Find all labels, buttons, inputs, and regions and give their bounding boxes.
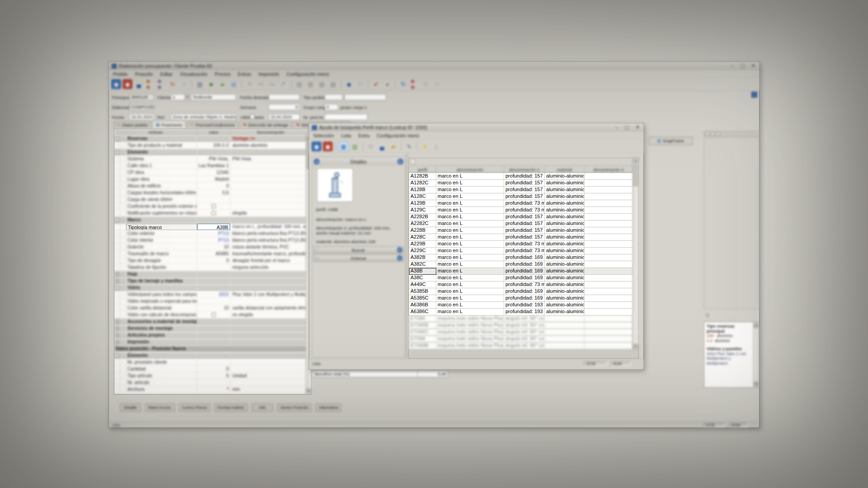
grid-value[interactable]: 0 — [197, 258, 231, 264]
table-row[interactable]: A228Cmarco en Lprofundidad: 157 mm,alumi… — [409, 234, 633, 241]
cliente-field[interactable]: 1▼ — [171, 94, 190, 100]
panel-splitter[interactable] — [406, 154, 407, 359]
grid-group-row[interactable]: +Hoja — [114, 271, 311, 278]
grid-group-row[interactable]: -Elemento — [114, 149, 311, 156]
table-row[interactable]: A2282Cmarco en Lprofundidad: 157 mm,alum… — [409, 221, 633, 227]
grid-value[interactable]: P713 — [197, 237, 231, 244]
grid-value[interactable]: 0 — [197, 366, 231, 372]
menu-item-extra[interactable]: Extra — [359, 133, 370, 138]
grid-row-nr-art-culo[interactable]: Nr. artículo — [114, 380, 311, 386]
expand-icon[interactable]: + — [115, 340, 119, 344]
grid-group-row[interactable]: -Elemento — [114, 352, 311, 359]
sync-icon[interactable]: ↻ — [398, 79, 408, 89]
nav-first-icon[interactable]: ↤ — [256, 79, 266, 89]
grid-row-notificaci-n-suplementos-en-re[interactable]: Notificación suplementos en relación ael… — [114, 210, 311, 217]
export-document-icon[interactable]: ▯ — [431, 141, 441, 151]
grid-group-row[interactable]: -Marco — [114, 217, 311, 224]
nav-forward-icon[interactable]: ↱ — [278, 79, 288, 89]
grid-row-coeficiente-de-la-presi-n-exte[interactable]: Coeficiente de la presión exterior en re — [114, 203, 311, 210]
grid-row-vidrio-panel-para-todos-los-ca[interactable]: Vidrio/panel para todos los campos2022Pl… — [114, 291, 311, 298]
dialog-maximize-button[interactable]: ▢ — [624, 124, 629, 130]
details-prev-icon[interactable]: ◂ — [314, 159, 320, 164]
module-icon[interactable]: ▰ — [217, 79, 227, 89]
tab-posiciones[interactable]: ▦Posiciones — [152, 121, 186, 128]
footer-button-info[interactable]: Info — [252, 404, 273, 412]
grupo_carga-field[interactable]: 4 — [325, 104, 338, 110]
contacts-icon[interactable]: ☻☻ — [156, 79, 166, 89]
grid-row-nr-provisi-n-cliente[interactable]: Nr. provisión cliente — [114, 359, 311, 366]
column-header-denominaci-n-4[interactable]: denominación 4 — [585, 166, 633, 173]
footer-button-alternativa[interactable]: Alternativa — [316, 404, 341, 412]
grid-group-row[interactable]: +Tipo de herraje y manillas — [114, 278, 311, 285]
grid-group-row[interactable]: +Artículos propios — [114, 332, 311, 339]
grid-value[interactable]: A5985 — [197, 251, 231, 257]
menu-item-posici-n[interactable]: Posición — [135, 71, 153, 77]
column-header-perfil[interactable]: perfil — [409, 166, 436, 173]
table-row[interactable]: A229Bmarco en Lprofundidad: 73 mm, aalum… — [409, 241, 633, 248]
footer-button-series-posici-n[interactable]: Series Posición — [277, 404, 311, 412]
grid-row-vidrio-mejorado-o-especial-par[interactable]: Vidrio mejorado o especial para todos lo — [114, 298, 311, 305]
maximize-button[interactable]: ▢ — [740, 63, 745, 69]
dialog-close-button[interactable]: ✕ — [636, 124, 640, 130]
table-vertical-scrollbar[interactable]: ▲ ▼ — [632, 158, 638, 349]
valido_hasta-field[interactable]: 15.04.2024 — [269, 114, 300, 120]
document-icon[interactable]: ▯ — [179, 79, 189, 89]
grid-row-taladros-de-fijaci-n[interactable]: Taladros de fijaciónninguna selección — [114, 264, 311, 271]
grid-row-anchura[interactable]: Anchura*mm — [114, 386, 311, 393]
table-row[interactable]: A5385Bmarco en Lprofundidad: 169 mm,alum… — [409, 288, 633, 295]
grid-value[interactable] — [197, 359, 231, 366]
expand-icon[interactable]: + — [115, 327, 119, 331]
tipo_pedido-field[interactable] — [325, 94, 343, 100]
semana-field[interactable]: 6 — [269, 104, 300, 110]
save-icon[interactable]: ▄ — [134, 79, 144, 89]
grid-row-sistema[interactable]: SistemaPW-Vista,PW-Vista — [114, 156, 311, 163]
expand-icon[interactable]: + — [115, 333, 119, 338]
table-row[interactable]: A449Cmarco en Lprofundidad: 73 mm, aalum… — [409, 282, 633, 288]
expand-icon[interactable]: + — [115, 279, 119, 283]
expand-icon[interactable]: - — [115, 150, 119, 155]
grid-group-row[interactable]: +Impresión — [114, 339, 311, 346]
grid-value[interactable]: 2022 — [197, 291, 231, 298]
grid-row-goter-n[interactable]: Goterón10rotura aislante térmica, PVC — [114, 244, 311, 251]
footer-button-fechas-individ-[interactable]: Fechas individ. — [214, 404, 248, 412]
grid-row-travesa-o-de-marco[interactable]: Travesaño de marcoA5985travesaño/montant… — [114, 251, 311, 258]
table-row[interactable]: A382Bmarco en Lprofundidad: 169 mm,alumi… — [409, 254, 633, 261]
filter-icon[interactable]: ▽ — [421, 79, 431, 89]
grid-checkbox[interactable] — [212, 313, 216, 317]
grid-group-row[interactable]: -ReservasVorlage >> — [114, 136, 311, 142]
table-row-blurred[interactable]: ET066Cesquina todo vidrio Nova Plusángul… — [409, 329, 633, 336]
grid-value[interactable]: Madrid — [197, 176, 231, 183]
grid-row-cantidad[interactable]: Cantidad0 — [114, 366, 311, 373]
grid-row-color-interior[interactable]: Color interiorP713blanco perla estructur… — [114, 237, 311, 244]
grid-value[interactable] — [197, 197, 231, 203]
menu-item-impresi-n[interactable]: Impresión — [259, 71, 279, 77]
menu-item-editar[interactable]: Editar — [160, 71, 172, 77]
column-header-denominaci-n-2[interactable]: denominación 2 — [504, 166, 545, 173]
fecha_deseada-field[interactable] — [269, 94, 300, 100]
refresh-icon[interactable]: ↻ — [168, 79, 178, 89]
grid-value[interactable]: PW-Vista, — [197, 156, 231, 162]
expand-icon[interactable]: - — [115, 137, 119, 141]
grid-value[interactable] — [197, 312, 231, 318]
fecha-field[interactable]: 15.04.2024 — [129, 114, 154, 120]
menu-item-configuraci-n-men-[interactable]: Configuración menú — [287, 71, 329, 77]
table-row[interactable]: A129Bmarco en Lprofundidad: 73 mm, aalum… — [409, 200, 633, 207]
table-corner-icon[interactable] — [410, 159, 415, 164]
table-row[interactable]: A128Cmarco en Lprofundidad: 157 mm,alumi… — [409, 193, 633, 200]
table-row[interactable]: A6386Cmarco en Lprofundidad: 193 mm,alum… — [409, 309, 633, 315]
grid-value[interactable]: Las Ramblas 1 — [197, 163, 231, 169]
page-3-icon[interactable]: ▧ — [317, 79, 327, 89]
menu-item-selecci-n[interactable]: Selección — [313, 133, 334, 138]
table-row[interactable]: A1282Bmarco en Lprofundidad: 157 mm,alum… — [409, 173, 633, 180]
table-row[interactable]: A229Cmarco en Lprofundidad: 73 mm, aalum… — [409, 248, 633, 254]
grid-row-color-varilla-distancial[interactable]: Color varilla distancial10varilla distan… — [114, 305, 311, 312]
expand-icon[interactable]: - — [115, 354, 119, 358]
filter-funnel-icon[interactable]: ▽ — [706, 313, 709, 319]
page-4-icon[interactable]: ▨ — [328, 79, 338, 89]
tab-precios-condiciones[interactable]: ✎Precios/Condiciones — [187, 121, 238, 128]
table-row[interactable]: A228Bmarco en Lprofundidad: 157 mm,alumi… — [409, 227, 633, 234]
cancel-icon[interactable]: ◉ — [323, 141, 333, 151]
column-header-denominaci-n[interactable]: denominación — [436, 166, 504, 173]
grid-value[interactable]: 12345 — [197, 169, 231, 176]
info-icon[interactable]: ● — [382, 79, 392, 89]
